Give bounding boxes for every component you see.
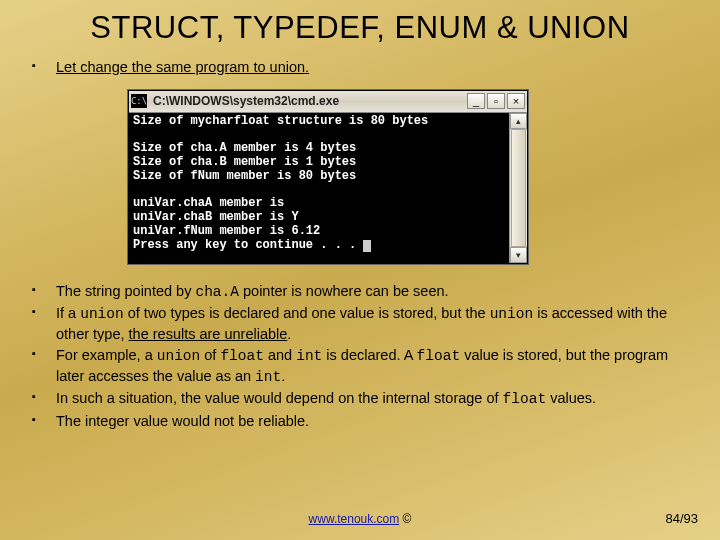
intro-link[interactable]: Let change the same program to union. [56, 59, 309, 75]
scroll-down-button[interactable]: ▾ [510, 247, 527, 263]
cursor-icon [363, 240, 371, 252]
system-menu-icon[interactable]: C:\ [131, 94, 147, 108]
bullet-5: The integer value would not be reliable. [28, 412, 692, 432]
content-area: Let change the same program to union. C:… [0, 46, 720, 431]
copyright-icon: © [399, 512, 411, 526]
scroll-up-button[interactable]: ▴ [510, 113, 527, 129]
vertical-scrollbar[interactable]: ▴ ▾ [509, 113, 527, 263]
slide-title: STRUCT, TYPEDEF, ENUM & UNION [0, 0, 720, 46]
bullet-4: In such a situation, the value would dep… [28, 389, 692, 410]
scroll-track[interactable] [510, 129, 527, 247]
minimize-button[interactable]: _ [467, 93, 485, 109]
scroll-thumb[interactable] [511, 129, 526, 247]
window-title: C:\WINDOWS\system32\cmd.exe [153, 94, 465, 108]
footer-url[interactable]: www.tenouk.com [309, 512, 400, 526]
footer: www.tenouk.com © [0, 512, 720, 526]
intro-bullet: Let change the same program to union. [28, 58, 692, 78]
bullet-2: If a union of two types is declared and … [28, 304, 692, 344]
bullet-3: For example, a union of float and int is… [28, 346, 692, 387]
cmd-titlebar: C:\ C:\WINDOWS\system32\cmd.exe _ ▫ × [129, 91, 527, 113]
terminal-output: Size of mycharfloat structure is 80 byte… [129, 113, 509, 263]
bullet-1: The string pointed by cha.A pointer is n… [28, 282, 692, 303]
page-number: 84/93 [665, 511, 698, 526]
maximize-button[interactable]: ▫ [487, 93, 505, 109]
close-button[interactable]: × [507, 93, 525, 109]
cmd-window: C:\ C:\WINDOWS\system32\cmd.exe _ ▫ × Si… [128, 90, 528, 264]
